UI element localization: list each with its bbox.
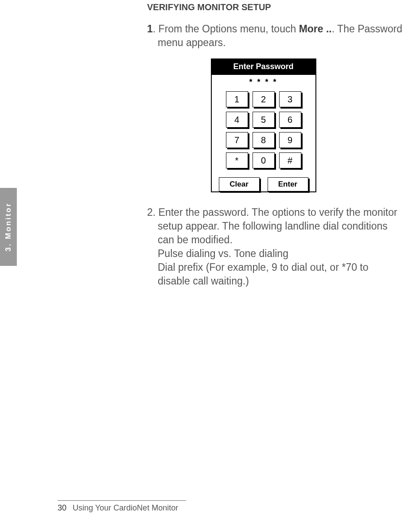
footer-rule bbox=[58, 500, 186, 501]
keypad-key-8[interactable]: 8 bbox=[253, 132, 275, 148]
keypad-display: * * * * bbox=[212, 75, 315, 91]
keypad-key-8-label: 8 bbox=[253, 132, 275, 148]
keypad-key-hash[interactable]: # bbox=[279, 152, 301, 168]
step-1-bold: More .. bbox=[299, 23, 332, 35]
step-2-number: 2. bbox=[147, 207, 156, 218]
step-1: 1. From the Options menu, touch More ...… bbox=[147, 22, 420, 50]
page-footer: 30Using Your CardioNet Monitor bbox=[58, 500, 323, 513]
keypad-key-star-label: * bbox=[226, 152, 248, 168]
step-1-text-b: . The Password bbox=[332, 23, 402, 35]
step-1-line2: menu appears. bbox=[147, 36, 420, 50]
step-2-line3: can be modified. bbox=[147, 233, 420, 247]
keypad-key-3-label: 3 bbox=[279, 91, 301, 107]
step-1-number: 1 bbox=[147, 23, 153, 35]
keypad-key-1[interactable]: 1 bbox=[226, 91, 248, 107]
footer-title: Using Your CardioNet Monitor bbox=[73, 503, 178, 512]
keypad-figure: Enter Password * * * * 1 2 3 4 5 6 7 8 9… bbox=[107, 58, 420, 192]
chapter-side-tab-label: 3. Monitor bbox=[4, 202, 13, 251]
page-number: 30 bbox=[58, 503, 66, 512]
step-2-sub2a: Dial prefix (For example, 9 to dial out,… bbox=[147, 261, 420, 274]
section-heading: VERIFYING MONITOR SETUP bbox=[147, 2, 420, 12]
keypad-key-hash-label: # bbox=[279, 152, 301, 168]
keypad-key-star[interactable]: * bbox=[226, 152, 248, 168]
keypad-key-0[interactable]: 0 bbox=[253, 152, 275, 168]
keypad-key-6[interactable]: 6 bbox=[279, 112, 301, 128]
keypad-key-4[interactable]: 4 bbox=[226, 112, 248, 128]
keypad-title: Enter Password bbox=[212, 59, 315, 75]
step-2-sub2b: disable call waiting.) bbox=[147, 274, 420, 288]
step-2-line1: Enter the password. The options to verif… bbox=[156, 207, 397, 218]
keypad-key-4-label: 4 bbox=[226, 112, 248, 128]
keypad-enter-label: Enter bbox=[268, 177, 308, 191]
password-keypad: Enter Password * * * * 1 2 3 4 5 6 7 8 9… bbox=[211, 58, 316, 192]
step-2-line2: setup appear. The following landline dia… bbox=[147, 219, 420, 233]
keypad-grid: 1 2 3 4 5 6 7 8 9 * 0 # bbox=[212, 91, 315, 173]
keypad-key-7[interactable]: 7 bbox=[226, 132, 248, 148]
keypad-key-9[interactable]: 9 bbox=[279, 132, 301, 148]
keypad-enter-button[interactable]: Enter bbox=[268, 177, 308, 191]
keypad-key-9-label: 9 bbox=[279, 132, 301, 148]
keypad-clear-label: Clear bbox=[219, 177, 260, 191]
keypad-key-7-label: 7 bbox=[226, 132, 248, 148]
keypad-key-3[interactable]: 3 bbox=[279, 91, 301, 107]
keypad-key-5[interactable]: 5 bbox=[253, 112, 275, 128]
main-content: VERIFYING MONITOR SETUP 1. From the Opti… bbox=[147, 2, 420, 297]
keypad-clear-button[interactable]: Clear bbox=[219, 177, 260, 191]
step-1-text-a: . From the Options menu, touch bbox=[153, 23, 299, 35]
keypad-key-2[interactable]: 2 bbox=[253, 91, 275, 107]
keypad-key-1-label: 1 bbox=[226, 91, 248, 107]
step-2-sub1: Pulse dialing vs. Tone dialing bbox=[147, 247, 420, 261]
chapter-side-tab: 3. Monitor bbox=[0, 188, 17, 266]
keypad-key-5-label: 5 bbox=[253, 112, 275, 128]
keypad-key-2-label: 2 bbox=[253, 91, 275, 107]
keypad-key-6-label: 6 bbox=[279, 112, 301, 128]
keypad-key-0-label: 0 bbox=[253, 152, 275, 168]
step-2: 2. Enter the password. The options to ve… bbox=[147, 206, 420, 288]
keypad-actions: Clear Enter bbox=[212, 173, 315, 197]
